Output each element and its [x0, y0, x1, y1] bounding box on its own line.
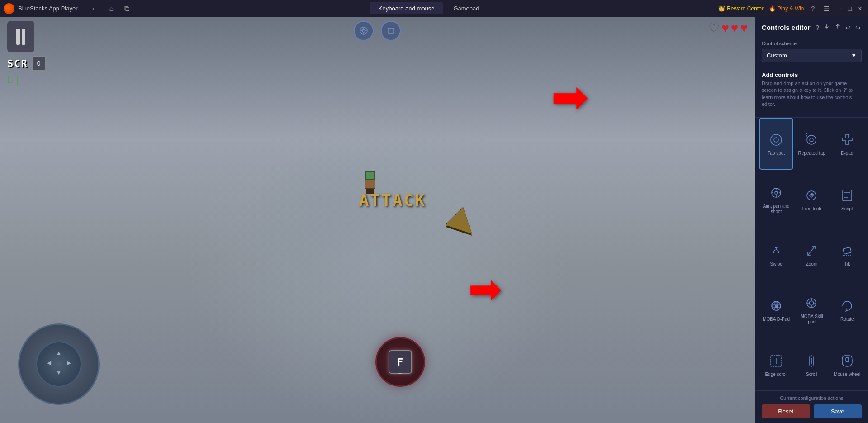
- d-pad-label: D-pad: [841, 151, 853, 156]
- control-item-aim-pan-shoot[interactable]: Aim, pan and shoot: [759, 171, 793, 228]
- reward-center-button[interactable]: 👑 Reward Center: [718, 5, 764, 12]
- rotate-icon: [839, 297, 856, 314]
- panel-title: Controls editor: [762, 24, 811, 31]
- control-item-moba-d-pad[interactable]: SMOBA D-Pad: [759, 281, 793, 338]
- maximize-button[interactable]: □: [846, 4, 854, 13]
- control-item-zoom[interactable]: Zoom: [794, 228, 829, 280]
- free-look-icon: [803, 187, 820, 204]
- control-item-mouse-wheel[interactable]: Mouse wheel: [830, 339, 864, 390]
- char-body: [365, 180, 375, 189]
- menu-button[interactable]: ☰: [822, 4, 831, 13]
- footer-buttons: Reset Save: [762, 404, 862, 418]
- edge-scroll-icon: [768, 352, 785, 370]
- panel-header-icons: ? ↩ ↪: [815, 23, 862, 32]
- svg-point-10: [810, 138, 813, 142]
- save-button[interactable]: Save: [814, 404, 862, 418]
- add-controls-title: Add controls: [762, 71, 862, 78]
- tab-keyboard-mouse[interactable]: Keyboard and mouse: [370, 2, 444, 14]
- add-controls-desc: Drag and drop an action on your game scr…: [762, 80, 862, 108]
- rotate-label: Rotate: [840, 317, 854, 322]
- nav-new-button[interactable]: ⧉: [122, 4, 132, 14]
- svg-text:S: S: [775, 304, 778, 309]
- swipe-icon: [768, 242, 785, 259]
- scheme-select[interactable]: Custom ▼: [762, 49, 862, 62]
- controls-grid: Tap spotRepeated tapD-padAim, pan and sh…: [755, 118, 868, 390]
- app-name: BlueStacks App Player: [18, 5, 78, 12]
- svg-rect-26: [843, 247, 852, 254]
- close-button[interactable]: ✕: [855, 4, 864, 13]
- undo-button[interactable]: ↩: [844, 23, 852, 32]
- control-item-free-look[interactable]: Free look: [794, 171, 829, 228]
- red-arrow-lower: ➡: [468, 269, 502, 309]
- tilt-icon: [839, 242, 856, 259]
- svg-rect-34: [846, 357, 849, 362]
- import-button[interactable]: [823, 23, 831, 32]
- moba-d-pad-label: MOBA D-Pad: [763, 317, 790, 322]
- reward-icon: 👑: [718, 5, 725, 12]
- title-bar-right: 👑 Reward Center 🔥 Play & Win ? ☰ − □ ✕: [718, 4, 864, 13]
- help-button[interactable]: ?: [810, 4, 817, 13]
- tap-spot-icon: [768, 131, 785, 148]
- repeated-tap-label: Repeated tap: [798, 151, 825, 156]
- control-item-d-pad[interactable]: D-pad: [830, 118, 864, 170]
- swipe-label: Swipe: [770, 261, 783, 267]
- joystick-arrows: ▲ ◀▶ ▼: [44, 350, 73, 379]
- nav-back-button[interactable]: ←: [89, 4, 101, 14]
- attack-text: ATTACK: [359, 190, 426, 209]
- red-arrow-upper: ➡: [551, 74, 589, 119]
- control-item-swipe[interactable]: Swipe: [759, 228, 793, 280]
- minimize-button[interactable]: −: [837, 4, 844, 13]
- action-key-badge: F: [389, 350, 412, 374]
- mouse-wheel-icon: [839, 352, 856, 370]
- action-button-container: F: [375, 337, 425, 387]
- control-item-moba-skill-pad[interactable]: MOBA Skill pad: [794, 281, 829, 338]
- nav-home-button[interactable]: ⌂: [107, 4, 117, 14]
- redo-button[interactable]: ↪: [854, 23, 862, 32]
- script-icon: [839, 187, 856, 204]
- moba-skill-pad-icon: [803, 295, 820, 312]
- tab-gamepad[interactable]: Gamepad: [444, 2, 488, 14]
- tilt-label: Tilt: [844, 261, 850, 267]
- control-item-tilt[interactable]: Tilt: [830, 228, 864, 280]
- import-icon: [824, 24, 830, 30]
- svg-point-9: [807, 135, 816, 144]
- reset-button[interactable]: Reset: [762, 404, 810, 418]
- action-button-circle[interactable]: F: [375, 337, 425, 387]
- zoom-label: Zoom: [806, 261, 818, 267]
- app-logo: [4, 3, 14, 14]
- control-item-script[interactable]: Script: [830, 171, 864, 228]
- help-panel-button[interactable]: ?: [815, 23, 820, 32]
- aim-pan-shoot-icon: [768, 184, 785, 201]
- export-icon: [835, 24, 841, 30]
- zoom-icon: [803, 242, 820, 259]
- repeated-tap-icon: [803, 131, 820, 148]
- control-item-edge-scroll[interactable]: Edge scroll: [759, 339, 793, 390]
- title-bar: BlueStacks App Player ← ⌂ ⧉ Keyboard and…: [0, 0, 868, 17]
- chevron-down-icon: ▼: [851, 52, 857, 59]
- mouse-wheel-label: Mouse wheel: [834, 372, 860, 377]
- d-pad-icon: [839, 131, 856, 148]
- nav-buttons: ← ⌂ ⧉: [89, 4, 136, 14]
- tap-spot-label: Tap spot: [768, 151, 785, 156]
- scheme-value: Custom: [767, 52, 787, 59]
- control-scheme-section: Control scheme Custom ▼: [755, 36, 868, 67]
- flame-icon: 🔥: [769, 5, 776, 12]
- svg-point-12: [775, 191, 778, 194]
- control-item-repeated-tap[interactable]: Repeated tap: [794, 118, 829, 170]
- play-win-button[interactable]: 🔥 Play & Win: [769, 5, 804, 12]
- free-look-label: Free look: [802, 206, 821, 212]
- svg-rect-20: [843, 190, 852, 201]
- moba-d-pad-icon: S: [768, 297, 785, 314]
- controls-editor-panel: Controls editor ? ↩ ↪ Control scheme: [755, 17, 868, 423]
- control-item-rotate[interactable]: Rotate: [830, 281, 864, 338]
- scheme-label: Control scheme: [762, 41, 862, 46]
- export-button[interactable]: [834, 23, 842, 32]
- virtual-joystick[interactable]: ▲ ◀▶ ▼: [18, 323, 100, 405]
- game-area[interactable]: SCR 0 L |: [0, 17, 755, 423]
- svg-line-25: [808, 246, 815, 255]
- control-item-tap-spot[interactable]: Tap spot: [759, 118, 793, 170]
- control-item-scroll[interactable]: Scroll: [794, 339, 829, 390]
- svg-point-7: [771, 134, 782, 145]
- aim-pan-shoot-label: Aim, pan and shoot: [761, 204, 791, 214]
- scroll-label: Scroll: [806, 372, 817, 377]
